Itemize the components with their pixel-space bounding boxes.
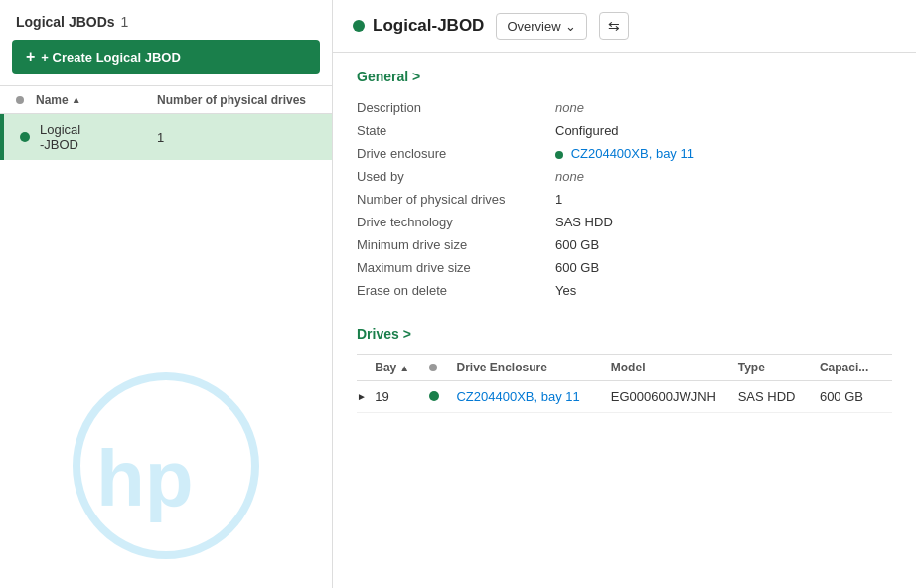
row-name-col: Logical-JBOD [40,122,157,152]
overview-label: Overview [507,19,560,34]
create-logical-jbod-button[interactable]: + + Create Logical JBOD [12,40,320,74]
field-row-drive-enclosure: Drive enclosure CZ204400XB, bay 11 [357,142,892,165]
panel-header: Logical JBODs 1 [0,0,332,40]
field-label-erase: Erase on delete [357,279,555,302]
field-value-state: Configured [555,119,892,142]
field-row-drive-tech: Drive technology SAS HDD [357,211,892,233]
field-value-min-drive: 600 GB [555,233,892,256]
svg-text:hp: hp [96,434,194,522]
header-status-col [16,92,36,107]
field-value-erase: Yes [555,279,892,302]
settings-icon: ⇆ [608,18,620,34]
plus-icon: + [26,49,35,65]
drive-model-value: EG000600JWJNH [611,389,738,404]
field-label-min-drive: Minimum drive size [357,233,555,256]
enclosure-col-header: Drive Enclosure [456,361,610,374]
header-status-indicator [353,20,365,32]
status2-col-header [429,361,456,374]
bay-value: 19 [375,389,429,404]
svg-point-0 [76,376,255,555]
page-title: Logical-JBOD [373,16,484,36]
field-value-num-drives: 1 [555,188,892,211]
field-label-used-by: Used by [357,165,555,188]
field-value-max-drive: 600 GB [555,256,892,279]
field-row-description: Description none [357,96,892,119]
field-row-max-drive: Maximum drive size 600 GB [357,256,892,279]
expand-icon: ► [357,391,375,402]
type-col-header: Type [738,361,820,374]
enclosure-link[interactable]: CZ204400XB, bay 11 [571,146,694,161]
drive-status-dot [429,391,439,401]
field-row-erase: Erase on delete Yes [357,279,892,302]
drive-capacity-value: 600 GB [820,389,892,404]
field-label-drive-enclosure: Drive enclosure [357,142,555,165]
field-label-state: State [357,119,555,142]
field-label-max-drive: Maximum drive size [357,256,555,279]
general-section-title[interactable]: General > [357,69,892,84]
right-content: General > Description none State Configu… [333,53,916,429]
panel-count: 1 [121,14,129,30]
hp-logo-watermark: hp [67,367,265,568]
sort-arrow-icon: ▲ [72,94,81,105]
field-value-drive-tech: SAS HDD [555,211,892,233]
row-status-dot [20,132,30,142]
header-name-label: Name [36,93,69,107]
field-value-description: none [555,96,892,119]
table-header: Name ▲ Number of physical drives [0,85,332,114]
bay-sort-icon: ▲ [399,363,409,373]
field-label-num-drives: Number of physical drives [357,188,555,211]
header-drives-col: Number of physical drives [157,93,316,107]
field-value-used-by: none [555,165,892,188]
settings-icon-button[interactable]: ⇆ [599,12,629,40]
drive-row[interactable]: ► 19 CZ204400XB, bay 11 EG000600JWJNH SA… [357,381,892,413]
header-name-col[interactable]: Name ▲ [36,93,157,107]
row-drives-col: 1 [157,130,316,145]
header-status-dot [16,96,24,104]
field-row-min-drive: Minimum drive size 600 GB [357,233,892,256]
drives-table-header: Bay ▲ Drive Enclosure Model Type Capaci.… [357,354,892,381]
chevron-down-icon: ⌄ [565,19,576,34]
bay-label: Bay [375,361,396,374]
drive-enclosure-link[interactable]: CZ204400XB, bay 11 [456,389,579,404]
drives-header-dot [429,364,437,371]
create-button-label: + Create Logical JBOD [41,50,181,65]
row-status-col [20,130,40,145]
bay-col-header[interactable]: Bay ▲ [375,361,429,374]
drive-status-dot-col [429,389,456,404]
overview-dropdown[interactable]: Overview ⌄ [496,13,586,40]
field-label-description: Description [357,96,555,119]
drive-enclosure-value: CZ204400XB, bay 11 [456,389,610,404]
capacity-col-header: Capaci... [820,361,892,374]
field-label-drive-tech: Drive technology [357,211,555,233]
enclosure-status-dot [555,151,563,159]
model-col-header: Model [611,361,738,374]
title-area: Logical-JBOD [353,16,484,36]
field-row-used-by: Used by none [357,165,892,188]
field-value-drive-enclosure: CZ204400XB, bay 11 [555,142,892,165]
drives-section-title[interactable]: Drives > [357,326,892,342]
right-header: Logical-JBOD Overview ⌄ ⇆ [333,0,916,53]
left-panel: Logical JBODs 1 + + Create Logical JBOD … [0,0,333,588]
right-panel: Logical-JBOD Overview ⌄ ⇆ General > Desc… [333,0,916,588]
drive-type-value: SAS HDD [738,389,820,404]
panel-title: Logical JBODs [16,14,115,30]
general-info-table: Description none State Configured Drive … [357,96,892,302]
field-row-state: State Configured [357,119,892,142]
row-name-value: Logical-JBOD [40,122,80,152]
field-row-num-drives: Number of physical drives 1 [357,188,892,211]
header-drives-label: Number of physical drives [157,93,306,107]
table-row[interactable]: Logical-JBOD 1 [0,114,332,160]
row-drives-value: 1 [157,130,164,145]
